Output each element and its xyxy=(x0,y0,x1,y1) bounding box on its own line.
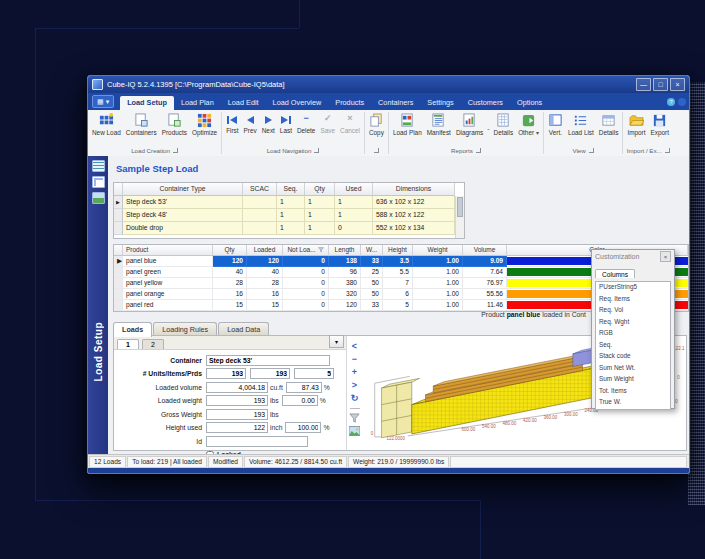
container-row[interactable]: Double drop 1 1 0 552 x 102 x 134 xyxy=(114,222,455,235)
col-seq[interactable]: Seq. xyxy=(277,183,305,196)
pan-right-icon[interactable]: > xyxy=(352,380,357,391)
col-product[interactable]: Product xyxy=(123,245,213,256)
list-item[interactable]: Stack code xyxy=(596,351,670,363)
load-page-2[interactable]: 2 xyxy=(142,339,164,349)
list-item[interactable]: Tot. Items xyxy=(596,386,670,398)
import-button[interactable]: Import xyxy=(625,112,647,137)
list-item[interactable]: Seq. xyxy=(596,340,670,352)
col-scac[interactable]: SCAC xyxy=(243,183,277,196)
sidebar-grid-icon[interactable] xyxy=(92,176,105,188)
list-item[interactable]: Req. Vol xyxy=(596,305,670,317)
export-button[interactable]: Export xyxy=(649,112,671,137)
save-button[interactable]: ✓Save xyxy=(318,112,337,135)
id-field[interactable] xyxy=(206,436,308,447)
items-field[interactable] xyxy=(250,368,290,379)
dialog-launcher-icon[interactable] xyxy=(476,148,481,153)
list-item[interactable]: Sum Weight xyxy=(596,374,670,386)
list-item[interactable]: RGB xyxy=(596,328,670,340)
gross-weight-field[interactable] xyxy=(206,409,268,420)
maximize-button[interactable]: □ xyxy=(653,78,668,91)
col-width[interactable]: W... xyxy=(361,245,383,256)
snapshot-icon[interactable] xyxy=(349,426,360,436)
zoom-out-icon[interactable]: − xyxy=(352,354,357,365)
loaded-volume-field[interactable] xyxy=(206,382,268,393)
tab-customers[interactable]: Customers xyxy=(461,96,510,110)
tab-options[interactable]: Options xyxy=(510,96,549,110)
filter-icon[interactable] xyxy=(318,247,324,253)
tab-load-overview[interactable]: Load Overview xyxy=(266,96,329,110)
dialog-launcher-icon[interactable] xyxy=(314,148,319,153)
load-plan-button[interactable]: Load Plan xyxy=(391,112,424,137)
zoom-in-icon[interactable]: + xyxy=(352,367,357,378)
tab-columns[interactable]: Columns xyxy=(595,269,635,278)
col-qty[interactable]: Qty xyxy=(213,245,247,256)
dialog-launcher-icon[interactable] xyxy=(589,148,594,153)
rotate-icon[interactable]: ↻ xyxy=(351,393,359,404)
locked-checkbox[interactable] xyxy=(206,451,214,455)
copy-button[interactable]: Copy xyxy=(367,112,386,137)
manifest-button[interactable]: Manifest xyxy=(425,112,453,137)
titlebar[interactable]: Cube-IQ 5.2.4.1395 [C:\ProgramData\Cube-… xyxy=(88,76,689,93)
tab-load-edit[interactable]: Load Edit xyxy=(221,96,266,110)
minimize-button[interactable]: — xyxy=(636,78,651,91)
col-not-loaded[interactable]: Not Loa... xyxy=(283,245,329,256)
prds-field[interactable] xyxy=(294,368,334,379)
close-icon[interactable]: × xyxy=(660,251,671,262)
dialog-launcher-icon[interactable] xyxy=(173,148,178,153)
list-item[interactable]: True W. xyxy=(596,397,670,409)
col-weight[interactable]: Weight xyxy=(413,245,463,256)
help-icon[interactable]: ? xyxy=(667,98,675,106)
tab-load-setup[interactable]: Load Setup xyxy=(120,96,174,110)
vert-button[interactable]: Vert. xyxy=(546,112,565,137)
tab-loading-rules[interactable]: Loading Rules xyxy=(153,322,217,335)
new-load-button[interactable]: New Load xyxy=(90,112,123,137)
tab-load-data[interactable]: Load Data xyxy=(218,322,269,335)
list-item[interactable]: PUserString5 xyxy=(596,282,670,294)
dialog-launcher-icon[interactable] xyxy=(665,148,670,153)
first-button[interactable]: First xyxy=(224,112,240,135)
load-page-1[interactable]: 1 xyxy=(117,339,139,349)
col-qty[interactable]: Qty xyxy=(305,183,335,196)
scrollbar-thumb[interactable] xyxy=(457,197,463,217)
col-height[interactable]: Height xyxy=(383,245,413,256)
dialog-launcher-icon[interactable] xyxy=(374,148,379,153)
cancel-button[interactable]: ×Cancel xyxy=(338,112,362,135)
close-button[interactable]: × xyxy=(670,78,685,91)
filter-icon[interactable] xyxy=(349,413,360,424)
diagrams-button[interactable]: Diagrams xyxy=(454,112,485,137)
other-button[interactable]: Other ▾ xyxy=(516,112,541,137)
prev-button[interactable]: Prev xyxy=(242,112,259,135)
sidebar-label[interactable]: Load Setup xyxy=(93,322,104,381)
list-item[interactable]: Req. Items xyxy=(596,294,670,306)
loaded-volume-pct-field[interactable] xyxy=(286,382,322,393)
delete-button[interactable]: −Delete xyxy=(295,112,317,135)
tab-products[interactable]: Products xyxy=(328,96,371,110)
tab-loads[interactable]: Loads xyxy=(113,322,152,337)
col-volume[interactable]: Volume xyxy=(463,245,507,256)
col-dimensions[interactable]: Dimensions xyxy=(373,183,455,196)
col-loaded[interactable]: Loaded xyxy=(247,245,283,256)
loaded-weight-field[interactable] xyxy=(206,395,268,406)
next-button[interactable]: Next xyxy=(260,112,277,135)
sidebar-list-icon[interactable] xyxy=(92,160,105,172)
details-report-button[interactable]: Details xyxy=(492,112,516,137)
list-item[interactable]: Sum Net Wt. xyxy=(596,363,670,375)
container-row[interactable]: Step deck 48' 1 1 1 588 x 102 x 122 xyxy=(114,209,455,222)
containers-button[interactable]: Containers xyxy=(124,112,159,137)
style-icon[interactable] xyxy=(678,98,686,106)
containers-scrollbar[interactable] xyxy=(455,196,464,238)
units-field[interactable] xyxy=(206,368,246,379)
load-list-button[interactable]: Load List xyxy=(566,112,596,137)
container-row[interactable]: ▶ Step deck 53' 1 1 1 636 x 102 x 122 xyxy=(114,196,455,209)
list-item[interactable]: Req. Wght xyxy=(596,317,670,329)
loaded-weight-pct-field[interactable] xyxy=(282,395,318,406)
col-length[interactable]: Length xyxy=(329,245,361,256)
optimize-button[interactable]: Optimize xyxy=(190,112,219,137)
sidebar-image-icon[interactable] xyxy=(92,192,105,204)
tab-containers[interactable]: Containers xyxy=(371,96,420,110)
height-used-pct-field[interactable] xyxy=(285,422,321,433)
tab-load-plan[interactable]: Load Plan xyxy=(174,96,221,110)
pager-dropdown-button[interactable]: ▾ xyxy=(329,335,344,348)
app-menu-button[interactable]: ▦ ▾ xyxy=(92,95,114,108)
height-used-field[interactable] xyxy=(206,422,268,433)
